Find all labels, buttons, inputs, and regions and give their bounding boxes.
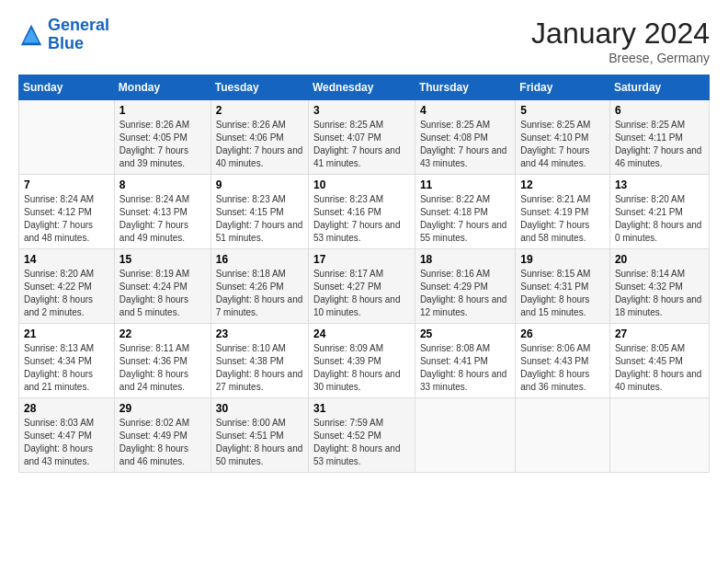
week-row-5: 28 Sunrise: 8:03 AMSunset: 4:47 PMDaylig…	[19, 398, 710, 473]
day-info: Sunrise: 8:10 AMSunset: 4:38 PMDaylight:…	[216, 342, 303, 394]
calendar-cell: 14 Sunrise: 8:20 AMSunset: 4:22 PMDaylig…	[19, 249, 115, 324]
day-info: Sunrise: 8:11 AMSunset: 4:36 PMDaylight:…	[119, 342, 206, 394]
day-number: 9	[216, 178, 303, 191]
calendar-cell: 8 Sunrise: 8:24 AMSunset: 4:13 PMDayligh…	[114, 175, 210, 249]
day-number: 21	[24, 327, 109, 340]
day-number: 23	[216, 327, 303, 340]
calendar-cell	[609, 398, 709, 473]
day-number: 27	[615, 327, 704, 340]
calendar-cell: 10 Sunrise: 8:23 AMSunset: 4:16 PMDaylig…	[308, 175, 415, 249]
calendar-cell: 20 Sunrise: 8:14 AMSunset: 4:32 PMDaylig…	[609, 249, 709, 324]
logo: General Blue	[18, 17, 109, 53]
calendar-cell: 12 Sunrise: 8:21 AMSunset: 4:19 PMDaylig…	[516, 175, 610, 249]
day-number: 5	[520, 104, 605, 117]
calendar-cell: 16 Sunrise: 8:18 AMSunset: 4:26 PMDaylig…	[210, 249, 308, 324]
day-number: 1	[119, 104, 206, 117]
week-row-3: 14 Sunrise: 8:20 AMSunset: 4:22 PMDaylig…	[19, 249, 710, 324]
day-number: 14	[24, 253, 109, 266]
title-block: January 2024 Breese, Germany	[531, 17, 710, 65]
calendar-cell: 27 Sunrise: 8:05 AMSunset: 4:45 PMDaylig…	[609, 324, 709, 398]
day-info: Sunrise: 8:25 AMSunset: 4:07 PMDaylight:…	[313, 119, 410, 170]
day-info: Sunrise: 8:21 AMSunset: 4:19 PMDaylight:…	[520, 193, 605, 245]
week-row-4: 21 Sunrise: 8:13 AMSunset: 4:34 PMDaylig…	[19, 324, 710, 398]
day-info: Sunrise: 8:18 AMSunset: 4:26 PMDaylight:…	[216, 268, 303, 319]
page: General Blue January 2024 Breese, German…	[0, 0, 728, 482]
day-number: 16	[216, 253, 303, 266]
day-info: Sunrise: 8:24 AMSunset: 4:12 PMDaylight:…	[24, 193, 109, 245]
calendar-cell: 17 Sunrise: 8:17 AMSunset: 4:27 PMDaylig…	[308, 249, 415, 324]
col-friday: Friday	[516, 75, 610, 100]
day-number: 19	[520, 253, 605, 266]
day-number: 29	[119, 402, 206, 415]
calendar-header: Sunday Monday Tuesday Wednesday Thursday…	[19, 75, 710, 100]
calendar-cell: 7 Sunrise: 8:24 AMSunset: 4:12 PMDayligh…	[19, 175, 115, 249]
col-thursday: Thursday	[415, 75, 515, 100]
day-number: 28	[24, 402, 109, 415]
calendar-cell: 28 Sunrise: 8:03 AMSunset: 4:47 PMDaylig…	[19, 398, 115, 473]
day-info: Sunrise: 8:02 AMSunset: 4:49 PMDaylight:…	[119, 417, 206, 468]
calendar-cell: 11 Sunrise: 8:22 AMSunset: 4:18 PMDaylig…	[415, 175, 515, 249]
day-number: 12	[520, 178, 605, 191]
logo-blue: Blue	[48, 34, 84, 52]
day-number: 31	[313, 402, 410, 415]
week-row-1: 1 Sunrise: 8:26 AMSunset: 4:05 PMDayligh…	[19, 100, 710, 175]
calendar-cell: 6 Sunrise: 8:25 AMSunset: 4:11 PMDayligh…	[609, 100, 709, 175]
day-number: 17	[313, 253, 410, 266]
day-number: 10	[313, 178, 410, 191]
day-info: Sunrise: 8:25 AMSunset: 4:08 PMDaylight:…	[420, 119, 510, 170]
day-info: Sunrise: 8:25 AMSunset: 4:10 PMDaylight:…	[520, 119, 605, 170]
calendar-cell: 21 Sunrise: 8:13 AMSunset: 4:34 PMDaylig…	[19, 324, 115, 398]
month-title: January 2024	[531, 17, 710, 51]
day-info: Sunrise: 8:23 AMSunset: 4:16 PMDaylight:…	[313, 193, 410, 245]
calendar-table: Sunday Monday Tuesday Wednesday Thursday…	[18, 75, 710, 473]
day-info: Sunrise: 8:17 AMSunset: 4:27 PMDaylight:…	[313, 268, 410, 319]
calendar-cell	[415, 398, 515, 473]
header-row: Sunday Monday Tuesday Wednesday Thursday…	[19, 75, 710, 100]
calendar-cell: 30 Sunrise: 8:00 AMSunset: 4:51 PMDaylig…	[210, 398, 308, 473]
day-info: Sunrise: 8:20 AMSunset: 4:21 PMDaylight:…	[615, 193, 704, 245]
col-sunday: Sunday	[19, 75, 115, 100]
day-number: 3	[313, 104, 410, 117]
day-number: 6	[615, 104, 704, 117]
col-saturday: Saturday	[609, 75, 709, 100]
day-info: Sunrise: 8:16 AMSunset: 4:29 PMDaylight:…	[420, 268, 510, 319]
location: Breese, Germany	[531, 51, 710, 65]
day-number: 15	[119, 253, 206, 266]
day-number: 20	[615, 253, 704, 266]
calendar-cell: 29 Sunrise: 8:02 AMSunset: 4:49 PMDaylig…	[114, 398, 210, 473]
day-info: Sunrise: 8:26 AMSunset: 4:06 PMDaylight:…	[216, 119, 303, 170]
header: General Blue January 2024 Breese, German…	[18, 17, 710, 65]
calendar-cell: 13 Sunrise: 8:20 AMSunset: 4:21 PMDaylig…	[609, 175, 709, 249]
logo-icon	[18, 22, 44, 48]
calendar-cell	[516, 398, 610, 473]
day-number: 4	[420, 104, 510, 117]
day-number: 2	[216, 104, 303, 117]
day-number: 24	[313, 327, 410, 340]
day-number: 26	[520, 327, 605, 340]
day-info: Sunrise: 8:14 AMSunset: 4:32 PMDaylight:…	[615, 268, 704, 319]
calendar-cell: 9 Sunrise: 8:23 AMSunset: 4:15 PMDayligh…	[210, 175, 308, 249]
calendar-cell: 2 Sunrise: 8:26 AMSunset: 4:06 PMDayligh…	[210, 100, 308, 175]
calendar-cell: 25 Sunrise: 8:08 AMSunset: 4:41 PMDaylig…	[415, 324, 515, 398]
day-number: 25	[420, 327, 510, 340]
calendar-cell: 18 Sunrise: 8:16 AMSunset: 4:29 PMDaylig…	[415, 249, 515, 324]
day-number: 11	[420, 178, 510, 191]
day-number: 22	[119, 327, 206, 340]
col-wednesday: Wednesday	[308, 75, 415, 100]
day-number: 30	[216, 402, 303, 415]
day-number: 13	[615, 178, 704, 191]
calendar-cell: 22 Sunrise: 8:11 AMSunset: 4:36 PMDaylig…	[114, 324, 210, 398]
day-info: Sunrise: 8:22 AMSunset: 4:18 PMDaylight:…	[420, 193, 510, 245]
day-info: Sunrise: 8:19 AMSunset: 4:24 PMDaylight:…	[119, 268, 206, 319]
day-info: Sunrise: 8:23 AMSunset: 4:15 PMDaylight:…	[216, 193, 303, 245]
logo-text: General Blue	[48, 17, 109, 53]
calendar-cell: 19 Sunrise: 8:15 AMSunset: 4:31 PMDaylig…	[516, 249, 610, 324]
day-info: Sunrise: 8:05 AMSunset: 4:45 PMDaylight:…	[615, 342, 704, 394]
col-tuesday: Tuesday	[210, 75, 308, 100]
calendar-cell: 31 Sunrise: 7:59 AMSunset: 4:52 PMDaylig…	[308, 398, 415, 473]
day-info: Sunrise: 8:13 AMSunset: 4:34 PMDaylight:…	[24, 342, 109, 394]
day-info: Sunrise: 8:00 AMSunset: 4:51 PMDaylight:…	[216, 417, 303, 468]
calendar-cell: 15 Sunrise: 8:19 AMSunset: 4:24 PMDaylig…	[114, 249, 210, 324]
calendar-cell: 23 Sunrise: 8:10 AMSunset: 4:38 PMDaylig…	[210, 324, 308, 398]
day-info: Sunrise: 8:20 AMSunset: 4:22 PMDaylight:…	[24, 268, 109, 319]
